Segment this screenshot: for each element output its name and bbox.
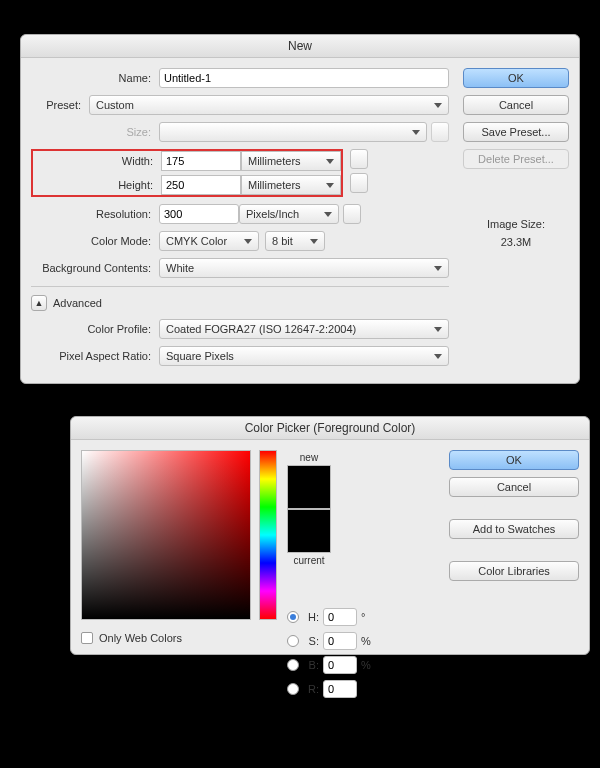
colorpicker-dialog: Color Picker (Foreground Color) Only Web…: [70, 416, 590, 655]
colorprofile-label: Color Profile:: [31, 323, 159, 335]
preset-select[interactable]: Custom: [89, 95, 449, 115]
hue-slider[interactable]: [259, 450, 277, 620]
colordepth-select[interactable]: 8 bit: [265, 231, 325, 251]
bgcontents-select[interactable]: White: [159, 258, 449, 278]
new-color-label: new: [287, 452, 331, 463]
width-label: Width:: [33, 155, 161, 167]
delete-preset-button: Delete Preset...: [463, 149, 569, 169]
h-input[interactable]: [323, 608, 357, 626]
bh-radio[interactable]: [287, 659, 299, 671]
resolution-input[interactable]: [159, 204, 239, 224]
colormode-label: Color Mode:: [31, 235, 159, 247]
colorprofile-select[interactable]: Coated FOGRA27 (ISO 12647-2:2004): [159, 319, 449, 339]
advanced-disclosure-icon[interactable]: ▲: [31, 295, 47, 311]
size-label: Size:: [31, 126, 159, 138]
only-web-colors-label: Only Web Colors: [99, 632, 182, 644]
cancel-button[interactable]: Cancel: [463, 95, 569, 115]
current-color-swatch: [287, 509, 331, 553]
s-radio[interactable]: [287, 635, 299, 647]
new-dialog: New Name: Preset: Custom Size: Width:: [20, 34, 580, 384]
imagesize-value: 23.3M: [463, 234, 569, 252]
colorpicker-title: Color Picker (Foreground Color): [71, 417, 589, 440]
h-radio[interactable]: [287, 611, 299, 623]
size-stepper[interactable]: [431, 122, 449, 142]
resolution-label: Resolution:: [31, 208, 159, 220]
r-input[interactable]: [323, 680, 357, 698]
height-stepper[interactable]: [350, 173, 368, 193]
add-to-swatches-button[interactable]: Add to Swatches: [449, 519, 579, 539]
resolution-unit-select[interactable]: Pixels/Inch: [239, 204, 339, 224]
advanced-label: Advanced: [53, 297, 102, 309]
name-input[interactable]: [159, 68, 449, 88]
save-preset-button[interactable]: Save Preset...: [463, 122, 569, 142]
new-color-swatch: [287, 465, 331, 509]
preset-label: Preset:: [31, 99, 89, 111]
pixelaspect-select[interactable]: Square Pixels: [159, 346, 449, 366]
s-input[interactable]: [323, 632, 357, 650]
height-input[interactable]: [161, 175, 241, 195]
r-radio[interactable]: [287, 683, 299, 695]
name-label: Name:: [31, 72, 159, 84]
imagesize-label: Image Size:: [463, 216, 569, 234]
saturation-brightness-field[interactable]: [81, 450, 251, 620]
dialog-title: New: [21, 35, 579, 58]
width-stepper[interactable]: [350, 149, 368, 169]
current-color-label: current: [287, 555, 331, 566]
pixelaspect-label: Pixel Aspect Ratio:: [31, 350, 159, 362]
color-libraries-button[interactable]: Color Libraries: [449, 561, 579, 581]
width-unit-select[interactable]: Millimeters: [241, 151, 341, 171]
colormode-select[interactable]: CMYK Color: [159, 231, 259, 251]
ok-button[interactable]: OK: [463, 68, 569, 88]
cp-ok-button[interactable]: OK: [449, 450, 579, 470]
bgcontents-label: Background Contents:: [31, 262, 159, 274]
size-select[interactable]: [159, 122, 427, 142]
resolution-stepper[interactable]: [343, 204, 361, 224]
height-unit-select[interactable]: Millimeters: [241, 175, 341, 195]
width-input[interactable]: [161, 151, 241, 171]
bh-input[interactable]: [323, 656, 357, 674]
only-web-colors-checkbox[interactable]: [81, 632, 93, 644]
height-label: Height:: [33, 179, 161, 191]
cp-cancel-button[interactable]: Cancel: [449, 477, 579, 497]
